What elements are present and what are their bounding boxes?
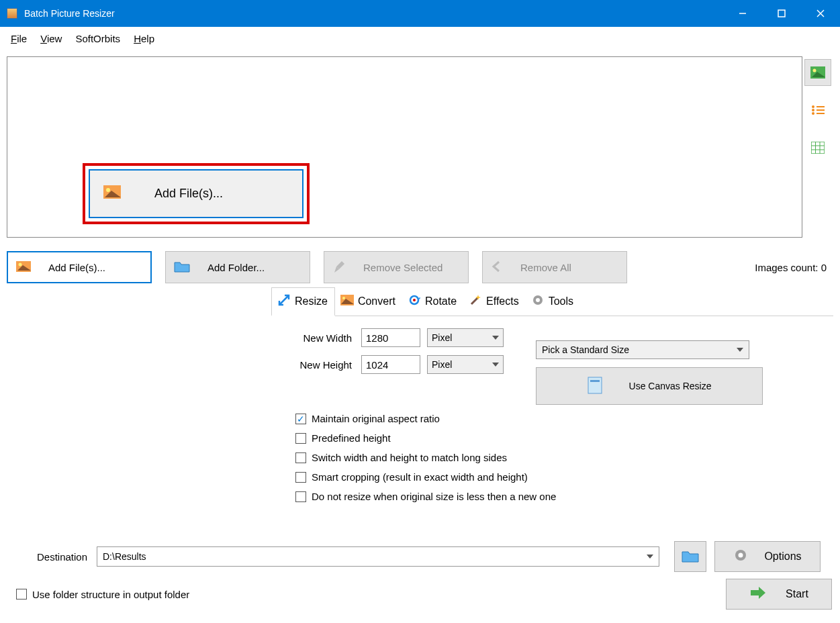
menu-view[interactable]: View: [34, 30, 68, 47]
view-icons-strip: [802, 56, 833, 238]
tab-rotate-label: Rotate: [425, 295, 457, 307]
checkbox-icon: [295, 452, 306, 463]
view-grid-button[interactable]: [804, 134, 831, 161]
tabs: Resize Convert Rotate Effects Tools: [271, 287, 833, 316]
folder-icon: [174, 260, 190, 275]
svg-point-31: [536, 298, 540, 302]
add-file-big-button[interactable]: Add File(s)...: [89, 169, 304, 218]
options-button[interactable]: Options: [714, 541, 821, 572]
canvas-resize-button[interactable]: Use Canvas Resize: [536, 367, 763, 405]
menu-softorbits[interactable]: SoftOrbits: [68, 30, 127, 47]
broom-icon: [332, 260, 346, 275]
svg-rect-13: [816, 109, 825, 111]
svg-point-10: [812, 105, 814, 108]
minimize-button[interactable]: [723, 0, 762, 27]
chevron-down-icon: [647, 555, 653, 559]
remove-selected-button[interactable]: Remove Selected: [324, 251, 469, 283]
checkbox-folder-structure[interactable]: Use folder structure in output folder: [16, 589, 189, 600]
checkbox-icon: [295, 433, 306, 444]
width-unit-select[interactable]: Pixel: [427, 328, 504, 347]
checkbox-switch[interactable]: Switch width and height to match long si…: [295, 452, 824, 463]
new-height-label: New Height: [281, 359, 361, 371]
svg-point-14: [812, 112, 814, 115]
footer: Destination D:\Results Options Use folde…: [0, 541, 840, 616]
tab-rotate[interactable]: Rotate: [402, 287, 463, 316]
width-input[interactable]: [361, 328, 420, 347]
checkbox-noresize-label: Do not resize when original size is less…: [312, 491, 556, 502]
height-unit-select[interactable]: Pixel: [427, 355, 504, 374]
checkbox-aspect[interactable]: Maintain original aspect ratio: [295, 413, 824, 424]
new-width-label: New Width: [281, 332, 361, 344]
svg-rect-16: [811, 142, 825, 154]
standard-size-select[interactable]: Pick a Standard Size: [536, 340, 749, 359]
wand-icon: [469, 293, 482, 309]
titlebar: Batch Picture Resizer: [0, 0, 840, 27]
start-label: Start: [786, 588, 808, 600]
svg-point-22: [19, 262, 22, 266]
svg-point-8: [813, 69, 816, 73]
tab-effects[interactable]: Effects: [463, 287, 526, 316]
tab-convert[interactable]: Convert: [335, 287, 402, 316]
destination-combobox[interactable]: D:\Results: [97, 546, 659, 567]
checkbox-aspect-label: Maintain original aspect ratio: [312, 413, 440, 424]
width-unit-label: Pixel: [432, 332, 452, 343]
menubar: File View SoftOrbits Help: [0, 27, 840, 50]
height-input[interactable]: [361, 355, 420, 374]
remove-all-button[interactable]: Remove All: [482, 251, 627, 283]
add-file-label: Add File(s)...: [48, 262, 105, 273]
view-thumbnails-button[interactable]: [804, 59, 831, 86]
checkbox-crop[interactable]: Smart cropping (result in exact width an…: [295, 471, 824, 483]
lower-left-blank: [7, 286, 271, 514]
remove-selected-label: Remove Selected: [363, 262, 442, 273]
chevron-down-icon: [737, 348, 743, 352]
tab-tools[interactable]: Tools: [526, 287, 580, 316]
svg-rect-33: [590, 380, 600, 382]
picture-icon: [16, 261, 31, 274]
app-title: Batch Picture Resizer: [24, 8, 723, 19]
checkbox-icon: [16, 589, 27, 600]
add-file-big-label: Add File(s)...: [154, 187, 223, 201]
options-label: Options: [764, 550, 801, 563]
tab-resize-label: Resize: [295, 295, 328, 307]
chevron-down-icon: [492, 363, 499, 367]
resize-panel: New Width Pixel New Height Pixel Pick a …: [271, 316, 833, 514]
menu-file[interactable]: File: [4, 30, 34, 47]
tab-tools-label: Tools: [549, 295, 573, 307]
svg-point-35: [739, 553, 743, 558]
start-button[interactable]: Start: [726, 579, 832, 610]
gear-icon: [531, 293, 545, 309]
tab-resize[interactable]: Resize: [271, 287, 335, 316]
play-icon: [749, 586, 767, 602]
add-folder-button[interactable]: Add Folder...: [165, 251, 310, 283]
svg-rect-32: [588, 377, 602, 393]
chevron-down-icon: [492, 336, 499, 340]
menu-help[interactable]: Help: [127, 30, 161, 47]
add-file-button[interactable]: Add File(s)...: [7, 251, 152, 283]
app-icon: [7, 8, 17, 19]
checkbox-predef-label: Predefined height: [312, 432, 391, 444]
canvas-resize-label: Use Canvas Resize: [629, 381, 712, 391]
browse-button[interactable]: [674, 541, 706, 572]
svg-point-25: [342, 297, 345, 299]
svg-rect-1: [778, 10, 785, 17]
toolbar: Add File(s)... Add Folder... Remove Sele…: [0, 251, 840, 283]
checkbox-noresize[interactable]: Do not resize when original size is less…: [295, 491, 824, 502]
view-list-button[interactable]: [804, 97, 831, 124]
svg-rect-15: [816, 113, 825, 114]
checkbox-predef[interactable]: Predefined height: [295, 432, 824, 444]
picture-icon: [103, 185, 121, 202]
tab-effects-label: Effects: [486, 295, 519, 307]
checkbox-switch-label: Switch width and height to match long si…: [312, 452, 507, 463]
close-button[interactable]: [801, 0, 840, 27]
height-unit-label: Pixel: [432, 359, 452, 370]
rotate-icon: [408, 293, 421, 309]
checkbox-icon: [295, 472, 306, 483]
checkbox-crop-label: Smart cropping (result in exact width an…: [312, 471, 528, 483]
svg-point-12: [812, 109, 814, 111]
svg-point-5: [106, 188, 110, 192]
svg-rect-11: [816, 106, 825, 107]
images-count: Images count: 0: [755, 262, 833, 273]
preview-area: Add File(s)...: [7, 56, 802, 238]
checkbox-icon: [295, 414, 306, 424]
maximize-button[interactable]: [762, 0, 801, 27]
